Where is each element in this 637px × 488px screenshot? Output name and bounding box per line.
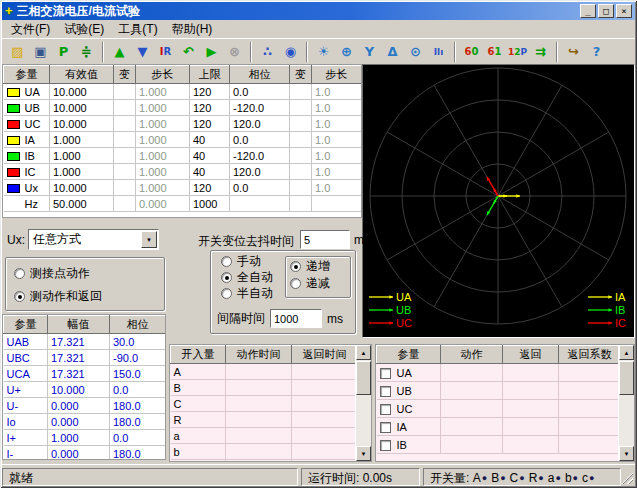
zoom-button[interactable]: ◉	[279, 41, 302, 63]
param-value-cell[interactable]	[114, 196, 136, 212]
param-name-cell[interactable]: IC	[4, 164, 50, 180]
param-value-cell[interactable]: 0.0	[230, 180, 290, 196]
param-value-cell[interactable]: 1.0	[312, 100, 362, 116]
param-value-cell[interactable]: 1.000	[136, 164, 190, 180]
scroll-up-icon[interactable]: ▲	[356, 345, 371, 360]
param-value-cell[interactable]: 1.000	[50, 132, 114, 148]
param-value-cell[interactable]	[114, 148, 136, 164]
scroll-down-icon[interactable]: ▼	[356, 446, 371, 461]
param-value-cell[interactable]	[312, 196, 362, 212]
power-output-button[interactable]: P	[52, 41, 75, 63]
param-value-cell[interactable]: 1.0	[312, 164, 362, 180]
radio-option[interactable]: 半自动	[221, 286, 273, 301]
resize-grip[interactable]	[620, 471, 633, 484]
reset-button[interactable]: ↶	[177, 41, 200, 63]
param-name-cell[interactable]: UB	[4, 100, 50, 116]
ux-mode-select[interactable]: 任意方式 ▼	[28, 229, 159, 250]
save-file-button[interactable]: ▣	[29, 41, 52, 63]
radio-option[interactable]: 递减	[290, 276, 350, 291]
param-value-cell[interactable]	[290, 116, 312, 132]
param-value-cell[interactable]: 50.000	[50, 196, 114, 212]
dropdown-arrow-icon[interactable]: ▼	[141, 231, 157, 248]
param-name-cell[interactable]: IA	[4, 132, 50, 148]
param-value-cell[interactable]: 1.000	[136, 116, 190, 132]
param-value-cell[interactable]: 1.000	[136, 100, 190, 116]
ir-display-button[interactable]: IR	[154, 41, 177, 63]
help-button[interactable]: ?	[585, 41, 608, 63]
param-value-cell[interactable]: 1.0	[312, 84, 362, 100]
menu-item[interactable]: 帮助(H)	[165, 20, 220, 39]
exit-button[interactable]: ↪	[562, 41, 585, 63]
param-value-cell[interactable]: 1.000	[136, 148, 190, 164]
param-value-cell[interactable]: 40	[190, 132, 230, 148]
scroll-down-icon[interactable]: ▼	[619, 446, 634, 461]
param-value-cell[interactable]: 1.0	[312, 132, 362, 148]
param-value-cell[interactable]: 1.000	[136, 84, 190, 100]
param-value-cell[interactable]: 120	[190, 116, 230, 132]
scroll-up-icon[interactable]: ▲	[619, 345, 634, 360]
wye-view-button[interactable]: Y	[358, 41, 381, 63]
sequence-button[interactable]: ⇉	[529, 41, 552, 63]
select-checkbox[interactable]	[380, 404, 391, 415]
param-value-cell[interactable]: 1.000	[50, 148, 114, 164]
step-down-button[interactable]: ▼	[131, 41, 154, 63]
radio-option[interactable]: 递增	[290, 259, 350, 274]
param-value-cell[interactable]: 120	[190, 180, 230, 196]
menu-item[interactable]: 文件(F)	[4, 20, 57, 39]
param-value-cell[interactable]	[290, 196, 312, 212]
param-value-cell[interactable]: 1.000	[136, 180, 190, 196]
close-button[interactable]: ×	[616, 4, 632, 18]
debounce-input[interactable]	[300, 230, 350, 249]
param-name-cell[interactable]: UA	[4, 84, 50, 100]
radio-option[interactable]: 全自动	[221, 270, 273, 285]
param-value-cell[interactable]: 10.000	[50, 180, 114, 196]
target-view-button[interactable]: ⊕	[335, 41, 358, 63]
param-value-cell[interactable]: 0.0	[230, 132, 290, 148]
phasor-view-button[interactable]: ⊙	[404, 41, 427, 63]
titlebar[interactable]: + 三相交流电压/电流试验 _□×	[2, 2, 635, 20]
param-value-cell[interactable]	[290, 100, 312, 116]
interval-input[interactable]	[270, 309, 322, 328]
param-value-cell[interactable]: 10.000	[50, 100, 114, 116]
select-checkbox[interactable]	[380, 368, 391, 379]
menu-item[interactable]: 试验(E)	[57, 20, 111, 39]
stop-test-button[interactable]: ⊗	[223, 41, 246, 63]
param-name-cell[interactable]: Hz	[4, 196, 50, 212]
param-value-cell[interactable]: -120.0	[230, 100, 290, 116]
param-value-cell[interactable]: 1.0	[312, 180, 362, 196]
color-settings-button[interactable]: ∴	[256, 41, 279, 63]
vertical-scrollbar[interactable]: ▲▼	[355, 345, 371, 461]
param-value-cell[interactable]	[114, 164, 136, 180]
param-value-cell[interactable]	[290, 180, 312, 196]
param-value-cell[interactable]	[114, 100, 136, 116]
param-value-cell[interactable]: 10.000	[50, 84, 114, 100]
start-test-button[interactable]: ▶	[200, 41, 223, 63]
param-name-cell[interactable]: UC	[4, 116, 50, 132]
mode-60-button[interactable]: 60	[460, 41, 483, 63]
param-value-cell[interactable]	[290, 84, 312, 100]
param-value-cell[interactable]: 40	[190, 164, 230, 180]
param-value-cell[interactable]: 120.0	[230, 164, 290, 180]
select-checkbox[interactable]	[380, 386, 391, 397]
param-value-cell[interactable]: 1.0	[312, 148, 362, 164]
mode-61-button[interactable]: 61	[483, 41, 506, 63]
param-name-cell[interactable]: Ux	[4, 180, 50, 196]
param-value-cell[interactable]: 1.000	[136, 132, 190, 148]
radio-option[interactable]: 测动作和返回	[14, 288, 164, 304]
param-value-cell[interactable]	[114, 84, 136, 100]
radio-option[interactable]: 测接点动作	[14, 265, 164, 281]
param-value-cell[interactable]	[230, 196, 290, 212]
param-name-cell[interactable]: IB	[4, 148, 50, 164]
param-value-cell[interactable]: 1000	[190, 196, 230, 212]
param-value-cell[interactable]: 40	[190, 148, 230, 164]
open-file-button[interactable]: ▨	[6, 41, 29, 63]
minimize-button[interactable]: _	[580, 4, 596, 18]
delta-view-button[interactable]: Δ	[381, 41, 404, 63]
param-value-cell[interactable]: 120	[190, 100, 230, 116]
select-checkbox[interactable]	[380, 440, 391, 451]
param-value-cell[interactable]: 1.000	[50, 164, 114, 180]
param-value-cell[interactable]	[114, 116, 136, 132]
param-value-cell[interactable]: 0.000	[136, 196, 190, 212]
param-value-cell[interactable]: 10.000	[50, 116, 114, 132]
vertical-scrollbar[interactable]: ▲▼	[618, 345, 634, 461]
